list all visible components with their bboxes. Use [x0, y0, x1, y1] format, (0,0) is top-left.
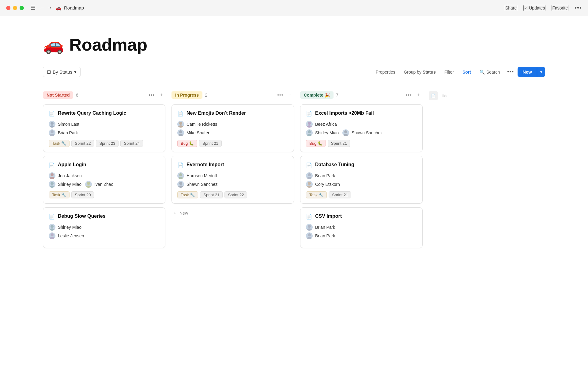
- svg-point-13: [50, 237, 55, 239]
- close-button[interactable]: [6, 6, 10, 10]
- person-row: Jen Jackson: [49, 172, 160, 179]
- status-badge-not-started: Not Started: [43, 91, 73, 99]
- add-card-in-progress-button[interactable]: ＋ New: [172, 207, 294, 219]
- svg-point-24: [308, 130, 311, 133]
- group-by-button[interactable]: Group by Status: [400, 68, 439, 76]
- forward-arrow-icon[interactable]: →: [47, 5, 52, 11]
- toolbar-more-button[interactable]: •••: [505, 67, 516, 77]
- svg-point-16: [179, 130, 182, 133]
- toolbar: ⊞ By Status ▾ Properties Group by Status…: [43, 67, 545, 81]
- card-title: Debug Slow Queries: [58, 213, 106, 220]
- card-title-row: 📄 Evernote Import: [177, 162, 288, 168]
- svg-point-35: [307, 237, 312, 239]
- column-add-button-complete[interactable]: ＋: [415, 91, 423, 99]
- svg-point-7: [50, 186, 55, 188]
- new-button[interactable]: New ▾: [518, 67, 545, 77]
- share-button[interactable]: Share: [505, 5, 517, 11]
- doc-icon: 📄: [49, 162, 55, 168]
- maximize-button[interactable]: [20, 6, 24, 10]
- svg-point-6: [51, 182, 54, 185]
- card-title-row: 📄 New Emojis Don't Render: [177, 110, 288, 117]
- tag-sprint: Sprint 22: [224, 191, 247, 198]
- tag-sprint: Sprint 20: [71, 191, 94, 198]
- titlebar: ☰ ← → 🚗 Roadmap Share ✓ Updates Favorite…: [0, 0, 588, 16]
- person-row: Simon Last: [49, 121, 160, 128]
- page-content: 🚗 Roadmap ⊞ By Status ▾ Properties Group…: [0, 16, 588, 264]
- svg-point-30: [308, 182, 311, 185]
- card-new-emojis[interactable]: 📄 New Emojis Don't Render Camille Ricket…: [172, 104, 294, 152]
- card-tags: Task 🔧 Sprint 21 Sprint 22: [177, 191, 288, 198]
- person-name: Shawn Sanchez: [352, 130, 383, 135]
- page-title: Roadmap: [69, 35, 147, 55]
- avatar: [177, 121, 184, 128]
- avatar: [49, 121, 55, 128]
- card-title-row: 📄 Debug Slow Queries: [49, 213, 160, 220]
- titlebar-more-icon[interactable]: •••: [575, 4, 582, 11]
- doc-icon: 📄: [177, 162, 183, 168]
- card-evernote-import[interactable]: 📄 Evernote Import Harrison Medoff: [172, 156, 294, 204]
- card-debug-slow-queries[interactable]: 📄 Debug Slow Queries Shirley Miao: [43, 207, 165, 248]
- tag-sprint: Sprint 21: [200, 191, 223, 198]
- avatar: [49, 172, 55, 179]
- avatar: [49, 224, 55, 231]
- person-row: Cory Etzkorn: [306, 181, 417, 188]
- card-people: Simon Last Brian Park: [49, 121, 160, 136]
- column-more-button-complete[interactable]: •••: [405, 92, 413, 98]
- column-add-button-not-started[interactable]: ＋: [158, 91, 165, 99]
- person-name: Brian Park: [315, 173, 335, 178]
- by-status-button[interactable]: ⊞ By Status ▾: [43, 67, 81, 77]
- svg-point-5: [50, 177, 55, 179]
- card-title: Excel Imports >20Mb Fail: [315, 110, 374, 117]
- doc-icon: 📄: [49, 214, 55, 220]
- card-excel-imports[interactable]: 📄 Excel Imports >20Mb Fail Beez Africa: [300, 104, 423, 152]
- svg-point-15: [178, 125, 183, 128]
- column-complete: Complete 🎉 7 ••• ＋ 📄 Excel Imports >20Mb…: [300, 90, 423, 252]
- avatar: [177, 129, 184, 136]
- card-database-tuning[interactable]: 📄 Database Tuning Brian Park Cor: [300, 156, 423, 204]
- doc-icon: 📄: [177, 111, 183, 117]
- svg-point-19: [178, 177, 183, 179]
- search-button[interactable]: 🔍 Search: [476, 68, 503, 76]
- person-name: Shawn Sanchez: [187, 182, 217, 187]
- doc-icon: 📄: [306, 162, 312, 168]
- column-header-actions-complete: ••• ＋: [405, 91, 423, 99]
- svg-point-20: [179, 182, 182, 185]
- avatar: [306, 232, 313, 239]
- person-name: Leslie Jensen: [58, 233, 84, 238]
- card-apple-login[interactable]: 📄 Apple Login Jen Jackson Shirle: [43, 156, 165, 204]
- favorite-button[interactable]: Favorite: [552, 5, 568, 11]
- avatar: [85, 181, 92, 188]
- svg-point-12: [51, 233, 54, 236]
- nav-arrows: ← →: [39, 5, 52, 11]
- svg-point-21: [178, 186, 183, 188]
- plus-icon: ＋: [173, 210, 177, 216]
- search-icon: 🔍: [480, 70, 485, 75]
- tag-task: Task 🔧: [306, 191, 327, 198]
- tag-bug: Bug 🐛: [177, 140, 197, 147]
- card-tags: Task 🔧 Sprint 21: [306, 191, 417, 198]
- tag-sprint: Sprint 23: [96, 140, 119, 147]
- person-name: Camille Ricketts: [187, 122, 217, 127]
- column-header-complete: Complete 🎉 7 ••• ＋: [300, 90, 423, 100]
- avatar: [49, 181, 55, 188]
- column-more-button-in-progress[interactable]: •••: [276, 92, 285, 98]
- chevron-down-icon: ▾: [74, 69, 77, 75]
- card-people: Jen Jackson Shirley Miao Ivan Zhao: [49, 172, 160, 188]
- card-rewrite-query[interactable]: 📄 Rewrite Query Caching Logic Simon Last: [43, 104, 165, 152]
- page-heading: 🚗 Roadmap: [43, 34, 545, 55]
- column-header-actions-not-started: ••• ＋: [147, 91, 165, 99]
- properties-button[interactable]: Properties: [372, 68, 399, 76]
- tag-sprint: Sprint 22: [71, 140, 94, 147]
- hamburger-icon[interactable]: ☰: [31, 5, 36, 11]
- person-row: Camille Ricketts: [177, 121, 288, 128]
- minimize-button[interactable]: [13, 6, 17, 10]
- column-add-button-in-progress[interactable]: ＋: [286, 91, 294, 99]
- card-title: CSV Import: [315, 213, 342, 220]
- filter-button[interactable]: Filter: [441, 68, 458, 76]
- avatar: [306, 172, 313, 179]
- card-csv-import[interactable]: 📄 CSV Import Brian Park Brian Pa: [300, 207, 423, 248]
- column-more-button-not-started[interactable]: •••: [147, 92, 156, 98]
- back-arrow-icon[interactable]: ←: [39, 5, 45, 11]
- sort-button[interactable]: Sort: [459, 68, 475, 76]
- updates-button[interactable]: ✓ Updates: [523, 5, 545, 11]
